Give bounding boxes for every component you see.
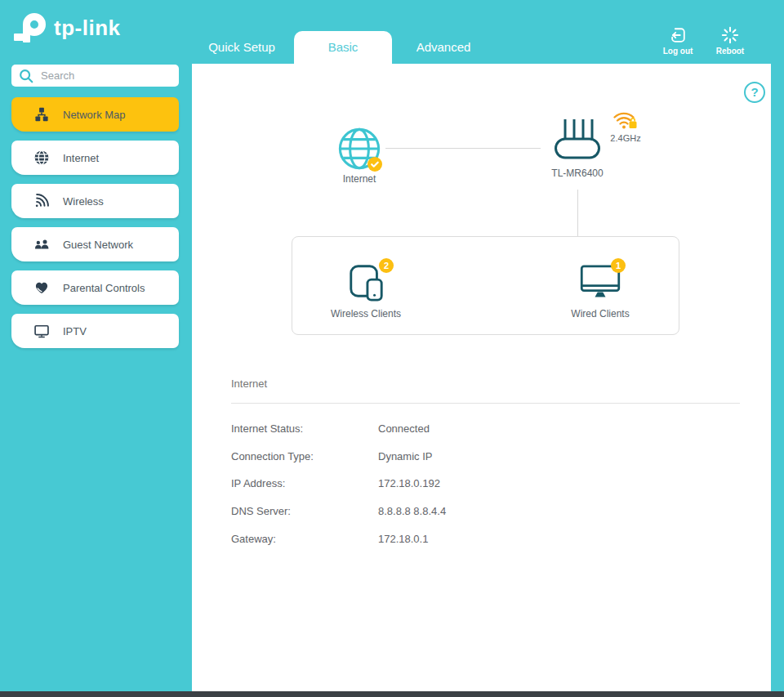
parental-controls-icon [33, 279, 51, 297]
brand-name: tp-link [54, 16, 121, 41]
content-panel [192, 64, 771, 691]
detail-row-internet-status: Internet Status: Connected [231, 422, 688, 435]
sidebar-item-label: Guest Network [63, 239, 133, 251]
help-icon[interactable]: ? [744, 82, 765, 103]
sidebar-item-wireless[interactable]: Wireless [11, 184, 179, 218]
sidebar-item-label: Network Map [63, 109, 126, 121]
tab-quick-setup[interactable]: Quick Setup [193, 31, 291, 64]
bottom-bar [0, 691, 784, 697]
map-link-internet-router [385, 148, 541, 149]
globe-icon [33, 149, 51, 167]
detail-value: Dynamic IP [378, 450, 432, 462]
logout-button[interactable]: Log out [652, 26, 704, 56]
search-box[interactable] [11, 65, 179, 87]
detail-value: 172.18.0.192 [378, 477, 440, 489]
wireless-clients-label: Wireless Clients [331, 308, 401, 319]
detail-label: Internet Status: [231, 422, 378, 435]
search-icon [18, 68, 34, 84]
router-node-label: TL-MR6400 [551, 168, 603, 179]
map-link-router-clients [577, 190, 578, 236]
wifi-band-label: 2.4GHz [601, 133, 650, 143]
detail-value: 172.18.0.1 [378, 533, 428, 545]
iptv-icon [33, 322, 51, 340]
wired-clients-label: Wired Clients [571, 308, 629, 319]
detail-label: Connection Type: [231, 450, 378, 462]
router-icon [553, 116, 602, 160]
details-divider [231, 403, 740, 404]
internet-node-label: Internet [343, 173, 376, 185]
internet-connected-badge [368, 157, 382, 172]
reboot-icon [721, 26, 739, 44]
network-map-icon [33, 105, 51, 123]
sidebar-item-parental-controls[interactable]: Parental Controls [11, 270, 179, 305]
guest-network-icon [33, 235, 51, 253]
logout-icon [669, 26, 687, 44]
detail-value: 8.8.8.8 8.8.4.4 [378, 505, 446, 517]
sidebar-item-internet[interactable]: Internet [11, 141, 179, 175]
sidebar-item-network-map[interactable]: Network Map [11, 97, 179, 132]
details-section-title: Internet [231, 378, 267, 390]
wired-clients-count-badge: 1 [611, 258, 626, 273]
sidebar-item-iptv[interactable]: IPTV [11, 314, 179, 348]
sidebar-item-label: Parental Controls [63, 282, 145, 294]
reboot-label: Reboot [716, 47, 744, 56]
router-node[interactable] [553, 116, 602, 160]
sidebar-item-label: IPTV [63, 325, 87, 337]
tp-link-logo-icon [10, 7, 52, 49]
detail-row-ip-address: IP Address: 172.18.0.192 [231, 477, 688, 489]
sidebar-item-guest-network[interactable]: Guest Network [11, 227, 179, 261]
reboot-button[interactable]: Reboot [704, 26, 756, 56]
search-input[interactable] [41, 69, 163, 82]
detail-row-gateway: Gateway: 172.18.0.1 [231, 533, 688, 545]
tab-advanced[interactable]: Advanced [395, 31, 492, 64]
wifi-signal-icon [613, 109, 638, 129]
detail-value: Connected [378, 422, 430, 435]
tp-link-logo: tp-link [10, 7, 121, 49]
detail-label: Gateway: [231, 533, 378, 545]
wifi-band-24ghz[interactable]: 2.4GHz [601, 109, 650, 143]
sidebar-item-label: Wireless [63, 195, 104, 208]
detail-label: DNS Server: [231, 505, 378, 517]
tab-basic[interactable]: Basic [294, 31, 392, 64]
detail-label: IP Address: [231, 477, 378, 489]
wireless-icon [33, 192, 51, 210]
sidebar-item-label: Internet [63, 152, 99, 164]
router-admin-page: tp-link Quick Setup Basic Advanced Log o… [0, 0, 784, 697]
detail-row-dns-server: DNS Server: 8.8.8.8 8.8.4.4 [231, 505, 688, 517]
logout-label: Log out [663, 47, 693, 56]
wireless-clients-count-badge: 2 [379, 258, 394, 273]
detail-row-connection-type: Connection Type: Dynamic IP [231, 450, 688, 462]
